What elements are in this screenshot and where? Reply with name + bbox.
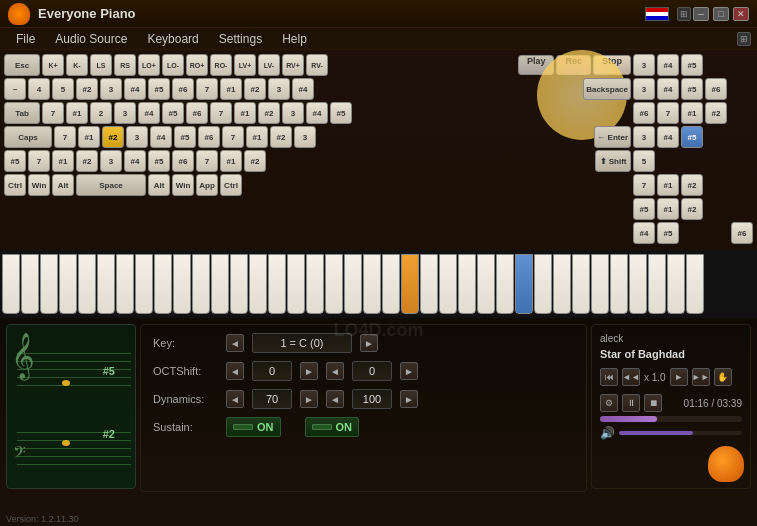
hand-icon[interactable]: ✋ <box>714 368 732 386</box>
menu-settings[interactable]: Settings <box>209 30 272 48</box>
key-7-7[interactable]: 7 <box>196 150 218 172</box>
rk-7-2[interactable]: 7 <box>633 174 655 196</box>
key-win-left[interactable]: Win <box>28 174 50 196</box>
key-lo-minus[interactable]: LO- <box>162 54 184 76</box>
white-key[interactable] <box>458 254 476 314</box>
key-backspace[interactable]: Backspace <box>583 78 631 100</box>
key-3-4[interactable]: 3 <box>282 102 304 124</box>
rk-hash1-2[interactable]: #1 <box>657 174 679 196</box>
white-key[interactable] <box>420 254 438 314</box>
key-hash4-3[interactable]: #4 <box>138 102 160 124</box>
white-key[interactable] <box>268 254 286 314</box>
white-key[interactable] <box>344 254 362 314</box>
menu-file[interactable]: File <box>6 30 45 48</box>
key-7-6[interactable]: 7 <box>28 150 50 172</box>
key-space[interactable]: Space <box>76 174 146 196</box>
key-alt-left[interactable]: Alt <box>52 174 74 196</box>
key-hash1-7[interactable]: #1 <box>220 150 242 172</box>
white-key[interactable] <box>40 254 58 314</box>
key-tab[interactable]: Tab <box>4 102 40 124</box>
rk-hash1-3[interactable]: #1 <box>657 198 679 220</box>
key-hash1-3[interactable]: #1 <box>234 102 256 124</box>
key-hash2-highlighted[interactable]: #2 <box>102 126 124 148</box>
prev-button[interactable]: ⏮ <box>600 368 618 386</box>
sustain-toggle-1[interactable]: ON <box>226 417 281 437</box>
rk-hash4[interactable]: #4 <box>657 54 679 76</box>
minimize-button[interactable]: ─ <box>693 7 709 21</box>
key-rv-plus[interactable]: RV+ <box>282 54 304 76</box>
white-key-active-blue[interactable] <box>515 254 533 314</box>
white-key[interactable] <box>154 254 172 314</box>
key-hash5-4[interactable]: #5 <box>174 126 196 148</box>
key-hash6-3[interactable]: #6 <box>198 126 220 148</box>
rk-hash2-2[interactable]: #2 <box>681 174 703 196</box>
oct-arrow-right-1[interactable]: ► <box>300 362 318 380</box>
menu-help[interactable]: Help <box>272 30 317 48</box>
key-ls[interactable]: LS <box>90 54 112 76</box>
dyn-arrow-left-2[interactable]: ◄ <box>326 390 344 408</box>
dyn-arrow-left-1[interactable]: ◄ <box>226 390 244 408</box>
volume-bar[interactable] <box>619 431 742 435</box>
rk-hash1[interactable]: #1 <box>681 102 703 124</box>
close-button[interactable]: ✕ <box>733 7 749 21</box>
key-ro-minus[interactable]: RO- <box>210 54 232 76</box>
key-hash6-2[interactable]: #6 <box>186 102 208 124</box>
key-app[interactable]: App <box>196 174 218 196</box>
key-hash4-5[interactable]: #4 <box>150 126 172 148</box>
rec-button[interactable]: Rec <box>556 55 591 75</box>
oct-arrow-left-2[interactable]: ◄ <box>326 362 344 380</box>
forward-button[interactable]: ►► <box>692 368 710 386</box>
grid-icon[interactable]: ⊞ <box>737 32 751 46</box>
white-key[interactable] <box>629 254 647 314</box>
key-tilde[interactable]: ~ <box>4 78 26 100</box>
key-hash6-1[interactable]: #6 <box>172 78 194 100</box>
white-key[interactable] <box>59 254 77 314</box>
key-7-4[interactable]: 7 <box>54 126 76 148</box>
key-hash6-4[interactable]: #6 <box>172 150 194 172</box>
key-shift[interactable]: ⬆ Shift <box>595 150 631 172</box>
rk-hash5[interactable]: #5 <box>681 54 703 76</box>
toolbar-icon1[interactable]: ⊞ <box>677 7 691 21</box>
white-key[interactable] <box>116 254 134 314</box>
rk-3-2[interactable]: 3 <box>633 78 655 100</box>
key-rs[interactable]: RS <box>114 54 136 76</box>
sustain-toggle-2[interactable]: ON <box>305 417 360 437</box>
key-hash4-4[interactable]: #4 <box>306 102 328 124</box>
oct-arrow-left-1[interactable]: ◄ <box>226 362 244 380</box>
rk-hash4-3[interactable]: #4 <box>657 126 679 148</box>
key-3-1[interactable]: 3 <box>100 78 122 100</box>
rk-7[interactable]: 7 <box>657 102 679 124</box>
white-key[interactable] <box>211 254 229 314</box>
rk-hash5-blue[interactable]: #5 <box>681 126 703 148</box>
rk-hash4-2[interactable]: #4 <box>657 78 679 100</box>
key-win-right[interactable]: Win <box>172 174 194 196</box>
key-3-5[interactable]: 3 <box>126 126 148 148</box>
key-4[interactable]: 4 <box>28 78 50 100</box>
key-arrow-left[interactable]: ◄ <box>226 334 244 352</box>
key-hash5-1[interactable]: #5 <box>148 78 170 100</box>
dyn-arrow-right-2[interactable]: ► <box>400 390 418 408</box>
key-3-3[interactable]: 3 <box>114 102 136 124</box>
key-rv-minus[interactable]: RV- <box>306 54 328 76</box>
white-key[interactable] <box>173 254 191 314</box>
key-7-5[interactable]: 7 <box>222 126 244 148</box>
key-ro-plus[interactable]: RO+ <box>186 54 208 76</box>
rk-hash5-3[interactable]: #5 <box>633 198 655 220</box>
rk-hash6[interactable]: #6 <box>705 78 727 100</box>
key-hash1-5[interactable]: #1 <box>246 126 268 148</box>
white-key[interactable] <box>553 254 571 314</box>
white-key[interactable] <box>135 254 153 314</box>
key-lv-minus[interactable]: LV- <box>258 54 280 76</box>
key-hash4[interactable]: #4 <box>124 78 146 100</box>
dyn-arrow-right-1[interactable]: ► <box>300 390 318 408</box>
key-arrow-right[interactable]: ► <box>360 334 378 352</box>
stop-btn-2[interactable]: ⏹ <box>644 394 662 412</box>
white-key[interactable] <box>572 254 590 314</box>
language-flag[interactable] <box>645 7 669 21</box>
rk-3[interactable]: 3 <box>633 54 655 76</box>
key-3-6[interactable]: 3 <box>294 126 316 148</box>
key-hash5-2[interactable]: #5 <box>162 102 184 124</box>
key-k-plus[interactable]: K+ <box>42 54 64 76</box>
key-7-3[interactable]: 7 <box>210 102 232 124</box>
rk-hash6-3[interactable]: #6 <box>731 222 753 244</box>
